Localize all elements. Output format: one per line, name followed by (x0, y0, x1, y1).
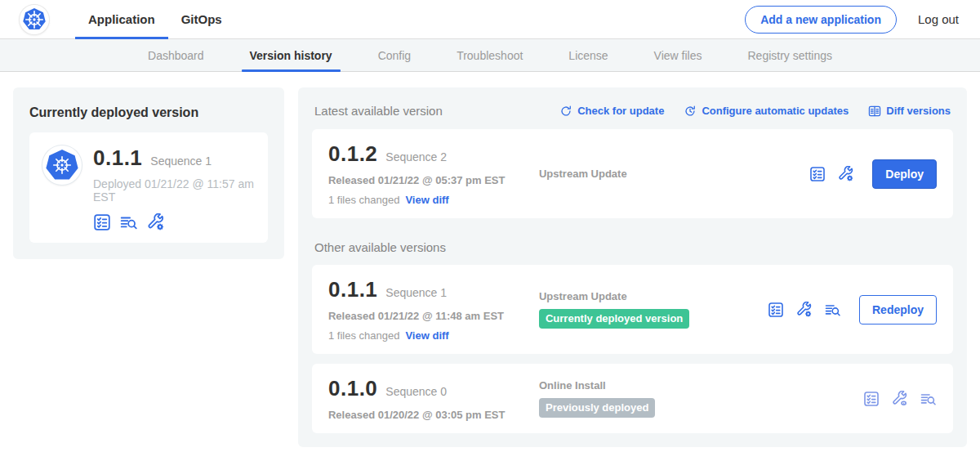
subtab-dashboard[interactable]: Dashboard (125, 39, 227, 71)
deployed-card-title: Currently deployed version (29, 105, 268, 120)
diff-icon (868, 105, 881, 118)
currently-deployed-card: Currently deployed version 0.1.1 Sequenc… (13, 87, 284, 259)
main-content: Currently deployed version 0.1.1 Sequenc… (0, 72, 980, 447)
logout-button[interactable]: Log out (918, 12, 959, 26)
preflight-checklist-icon[interactable] (809, 166, 826, 182)
subtab-version-history[interactable]: Version history (227, 39, 355, 71)
preflight-checklist-icon[interactable] (93, 213, 111, 231)
tab-gitops[interactable]: GitOps (168, 0, 235, 38)
panel-actions: Check for update Configure automatic upd… (559, 105, 951, 118)
view-diff-link[interactable]: View diff (405, 329, 448, 342)
version-history-panel: Latest available version Check for updat… (298, 87, 967, 447)
version-row-0-1-0: 0.1.0 Sequence 0 Released 01/20/22 @ 03:… (312, 364, 953, 433)
version-number: 0.1.1 (328, 277, 377, 302)
tab-application[interactable]: Application (75, 0, 168, 38)
deploy-button[interactable]: Deploy (872, 159, 937, 189)
preflight-checklist-icon[interactable] (863, 391, 880, 407)
files-changed-label: 1 files changed (328, 329, 399, 342)
version-source: Online Install (539, 379, 768, 392)
subtab-config[interactable]: Config (355, 39, 434, 71)
helm-wheel-icon (23, 8, 46, 31)
check-for-update-label: Check for update (577, 105, 664, 117)
files-changed-label: 1 files changed (328, 194, 399, 206)
view-config-icon[interactable] (892, 391, 908, 407)
app-subnav: Dashboard Version history Config Trouble… (0, 39, 980, 72)
schedule-icon (684, 105, 697, 118)
latest-version-title: Latest available version (314, 104, 443, 118)
kubernetes-logo (42, 145, 82, 185)
released-timestamp: Released 01/21/22 @ 11:48 am EST (328, 310, 539, 322)
version-row-0-1-1: 0.1.1 Sequence 1 Released 01/21/22 @ 11:… (312, 265, 953, 354)
subtab-view-files[interactable]: View files (631, 39, 725, 71)
version-sequence: Sequence 2 (385, 150, 447, 163)
redeploy-button[interactable]: Redeploy (859, 295, 937, 324)
released-timestamp: Released 01/21/22 @ 05:37 pm EST (328, 174, 539, 186)
version-source: Upstream Update (539, 168, 768, 180)
diff-versions-link[interactable]: Diff versions (868, 105, 951, 118)
version-number: 0.1.2 (328, 141, 377, 167)
version-sequence: Sequence 1 (385, 286, 447, 299)
add-application-button[interactable]: Add a new application (745, 6, 897, 34)
currently-deployed-badge: Currently deployed version (539, 309, 689, 329)
configure-updates-label: Configure automatic updates (702, 105, 849, 117)
previously-deployed-badge: Previously deployed (539, 398, 655, 418)
kots-admin-console: Application GitOps Add a new application… (0, 0, 980, 461)
released-timestamp: Released 01/20/22 @ 03:05 pm EST (328, 409, 539, 421)
view-diff-link[interactable]: View diff (405, 194, 448, 206)
version-source: Upstream Update (539, 290, 768, 302)
view-logs-icon[interactable] (825, 302, 841, 318)
deployed-sequence: Sequence 1 (150, 154, 212, 168)
configure-automatic-updates-link[interactable]: Configure automatic updates (684, 105, 849, 118)
preflight-checklist-icon[interactable] (768, 302, 784, 318)
edit-config-icon[interactable] (796, 302, 813, 318)
subtab-registry-settings[interactable]: Registry settings (725, 39, 855, 71)
subtab-troubleshoot[interactable]: Troubleshoot (434, 39, 546, 71)
deployed-version-number: 0.1.1 (93, 145, 142, 171)
view-logs-icon[interactable] (120, 213, 138, 231)
other-versions-title: Other available versions (314, 240, 951, 254)
version-row-0-1-2: 0.1.2 Sequence 2 Released 01/21/22 @ 05:… (312, 129, 953, 218)
version-number: 0.1.0 (328, 376, 377, 401)
helm-wheel-icon (51, 154, 74, 177)
edit-config-icon[interactable] (838, 166, 854, 182)
diff-versions-label: Diff versions (886, 105, 951, 117)
edit-config-icon[interactable] (147, 213, 165, 231)
kubernetes-logo (20, 5, 49, 34)
deployed-version-summary: 0.1.1 Sequence 1 Deployed 01/21/22 @ 11:… (29, 132, 268, 243)
check-for-update-link[interactable]: Check for update (559, 105, 664, 118)
view-logs-icon[interactable] (920, 391, 937, 407)
subtab-license[interactable]: License (546, 39, 630, 71)
version-sequence: Sequence 0 (385, 385, 447, 398)
refresh-icon (559, 105, 572, 118)
primary-nav: Application GitOps (75, 0, 235, 38)
deployed-timestamp: Deployed 01/21/22 @ 11:57 am EST (93, 177, 255, 204)
top-bar: Application GitOps Add a new application… (0, 0, 980, 39)
